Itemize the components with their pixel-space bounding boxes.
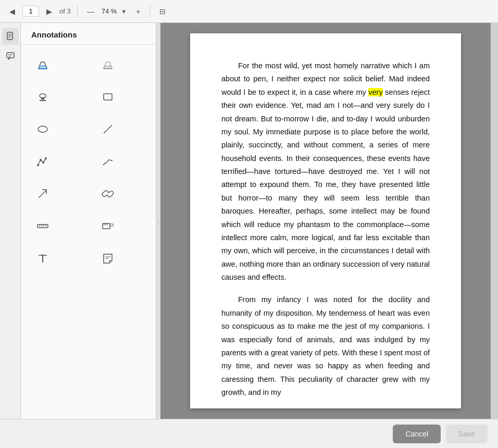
line-tool-button[interactable] [96, 118, 119, 141]
svg-line-16 [104, 125, 112, 133]
icon-sidebar [0, 23, 21, 419]
highlight-icon [36, 58, 49, 71]
pdf-text-content: For the most wild, yet most homely narra… [221, 59, 430, 399]
svg-point-11 [40, 94, 46, 98]
text-icon [36, 252, 49, 265]
text-tool-button[interactable] [31, 247, 54, 270]
pdf-page: For the most wild, yet most homely narra… [190, 33, 461, 408]
svg-point-17 [37, 164, 39, 166]
underline-icon [101, 58, 115, 71]
pdf-paragraph-1: For the most wild, yet most homely narra… [221, 59, 430, 284]
highlighted-word: very [368, 88, 382, 96]
svg-line-21 [39, 190, 46, 198]
stamp-icon [36, 90, 49, 104]
zoom-in-button[interactable]: + [133, 5, 143, 18]
toolbar: ◀ ▶ of 3 — 74 % ▼ + ⊟ [0, 0, 498, 23]
svg-point-19 [42, 161, 44, 164]
sidebar-comment-button[interactable] [2, 48, 19, 65]
polygon-tool-button[interactable] [31, 150, 54, 173]
toolbar-divider-1 [77, 5, 78, 18]
save-button[interactable]: Save [446, 425, 488, 443]
highlight-tool-button[interactable] [31, 53, 54, 76]
zoom-area: 74 % ▼ [102, 7, 129, 16]
ruler-tool-button[interactable] [31, 215, 54, 238]
svg-rect-12 [41, 97, 44, 99]
svg-point-18 [40, 159, 42, 161]
svg-rect-22 [38, 225, 48, 228]
zoom-value-label: 74 % [102, 7, 117, 15]
scale-tool-button[interactable] [96, 215, 119, 238]
ruler-icon [36, 219, 49, 233]
bottom-bar: Cancel Save [0, 419, 498, 448]
link-tool-button[interactable] [96, 182, 119, 205]
arrow-icon [36, 187, 49, 201]
stamp-tool-button[interactable] [31, 85, 54, 108]
svg-rect-4 [7, 53, 14, 58]
rectangle-icon [101, 90, 115, 104]
freehand-tool-button[interactable] [96, 150, 119, 173]
svg-rect-10 [103, 68, 113, 69]
comment-icon [6, 52, 15, 61]
panel-resize-divider[interactable] [156, 23, 160, 419]
ellipse-tool-button[interactable] [31, 118, 54, 141]
page-number-input[interactable] [22, 6, 39, 17]
zoom-dropdown-button[interactable]: ▼ [119, 7, 129, 16]
prev-page-button[interactable]: ◀ [6, 5, 18, 18]
rectangle-tool-button[interactable] [96, 85, 119, 108]
scrollbar[interactable] [491, 23, 498, 419]
annotations-tools-grid [21, 45, 156, 278]
polygon-icon [36, 155, 49, 168]
pdf-area[interactable]: For the most wild, yet most homely narra… [160, 23, 491, 419]
annotations-panel: Annotations [21, 23, 156, 419]
sticky-note-icon [101, 252, 115, 265]
svg-point-20 [45, 157, 47, 159]
svg-rect-14 [104, 94, 112, 100]
page-total: of 3 [59, 7, 71, 15]
sticky-note-tool-button[interactable] [96, 247, 119, 270]
link-icon [101, 187, 115, 201]
underline-tool-button[interactable] [96, 53, 119, 76]
cancel-button[interactable]: Cancel [393, 425, 441, 443]
zoom-out-button[interactable]: — [84, 5, 97, 18]
toolbar-divider-2 [150, 5, 150, 18]
scale-icon [101, 219, 115, 233]
sidebar-doc-button[interactable] [2, 28, 19, 45]
multipage-button[interactable]: ⊟ [156, 5, 169, 18]
svg-point-15 [38, 126, 47, 132]
svg-rect-8 [38, 68, 47, 69]
doc-icon [6, 32, 15, 41]
main-area: Annotations [0, 23, 498, 419]
next-page-button[interactable]: ▶ [43, 5, 55, 18]
svg-rect-27 [103, 223, 110, 229]
pdf-paragraph-2: From my infancy I was noted for the doci… [221, 293, 430, 399]
arrow-tool-button[interactable] [31, 182, 54, 205]
annotations-title: Annotations [21, 23, 156, 45]
freehand-icon [101, 155, 115, 168]
line-icon [101, 122, 115, 136]
ellipse-icon [36, 122, 49, 136]
